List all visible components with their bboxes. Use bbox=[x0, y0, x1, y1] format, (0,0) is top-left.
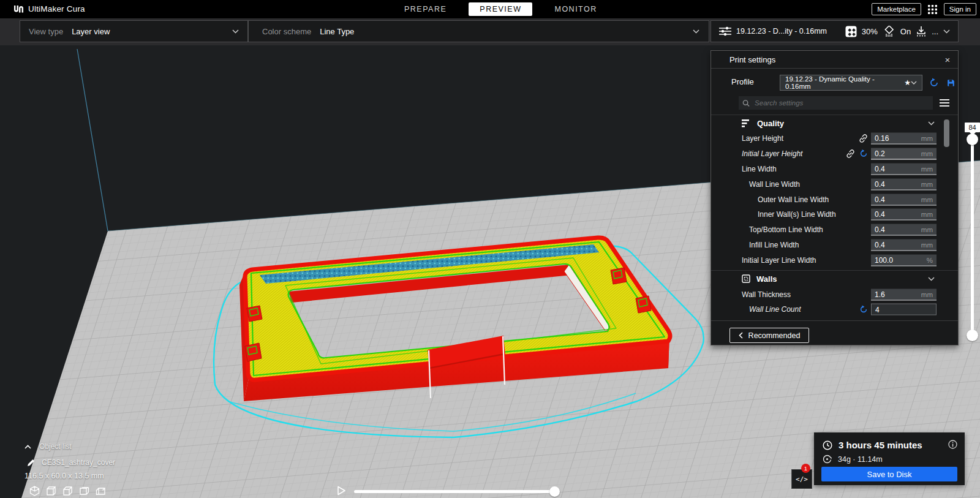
material-usage: 34g · 11.14m bbox=[838, 455, 883, 464]
recommended-button[interactable]: Recommended bbox=[729, 328, 809, 343]
color-scheme-value: Line Type bbox=[320, 27, 354, 36]
section-header-walls[interactable]: Walls bbox=[711, 270, 958, 287]
setting-row-wall-thickness: Wall Thickness 1.6mm bbox=[711, 287, 958, 302]
close-icon[interactable]: × bbox=[942, 54, 953, 65]
setting-input-initial-layer-height[interactable]: 0.2mm bbox=[871, 148, 937, 160]
view-type-label: View type bbox=[29, 27, 63, 36]
view-options-bar: View type Layer view Color scheme Line T… bbox=[0, 18, 980, 45]
chevron-down-icon bbox=[911, 81, 917, 85]
ultimaker-logo-icon bbox=[13, 5, 24, 13]
layer-number-label: 84 bbox=[965, 123, 980, 132]
setting-input-line-width[interactable]: 0.4mm bbox=[871, 163, 937, 175]
setting-input-initial-layer-line-width[interactable]: 100.0% bbox=[871, 254, 937, 266]
profile-save-icon[interactable] bbox=[945, 77, 956, 88]
setting-row-inner-wall-line-width: Inner Wall(s) Line Width 0.4mm bbox=[711, 207, 958, 222]
layer-slider-bottom-handle[interactable] bbox=[967, 330, 978, 341]
profile-label: Profile bbox=[731, 77, 754, 86]
view-type-value: Layer view bbox=[72, 27, 110, 36]
chevron-down-icon bbox=[928, 277, 935, 281]
section-title: Walls bbox=[756, 274, 777, 284]
object-list-item[interactable]: CE3S1_ashtray_cover bbox=[27, 458, 115, 467]
summary-profile: 19.12.23 - D...ity - 0.16mm bbox=[736, 27, 827, 36]
tab-monitor[interactable]: MONITOR bbox=[547, 2, 604, 16]
summary-infill: 30% bbox=[862, 27, 878, 36]
setting-label: Wall Line Count bbox=[749, 305, 801, 314]
setting-label: Line Width bbox=[742, 165, 777, 173]
color-scheme-dropdown[interactable]: Color scheme Line Type bbox=[248, 20, 709, 42]
setting-input-wall-line-width[interactable]: 0.4mm bbox=[871, 178, 937, 190]
view-front-icon[interactable] bbox=[46, 486, 56, 496]
star-icon: ★ bbox=[904, 78, 911, 87]
save-to-disk-button[interactable]: Save to Disk bbox=[821, 467, 957, 481]
recommended-label: Recommended bbox=[748, 331, 801, 340]
simulation-slider-handle[interactable] bbox=[549, 486, 560, 497]
setting-input-infill-line-width[interactable]: 0.4mm bbox=[871, 239, 937, 251]
layer-slider-track[interactable] bbox=[971, 139, 974, 335]
profile-dropdown[interactable]: 19.12.23 - Dynamic Quality - 0.16mm ★ bbox=[780, 75, 922, 91]
chevron-left-icon bbox=[739, 332, 743, 339]
search-settings-box bbox=[739, 96, 933, 110]
panel-title: Print settings bbox=[729, 55, 775, 64]
setting-input-layer-height[interactable]: 0.16mm bbox=[871, 133, 937, 145]
print-settings-summary-dropdown[interactable]: 19.12.23 - D...ity - 0.16mm 30% On bbox=[710, 20, 959, 42]
panel-divider bbox=[711, 320, 958, 321]
color-scheme-label: Color scheme bbox=[262, 27, 311, 36]
walls-section-icon bbox=[742, 274, 750, 283]
settings-list: Quality Layer Height 0.16mm Initial Laye… bbox=[711, 112, 958, 317]
gcode-preview-button[interactable]: </> bbox=[791, 469, 812, 489]
revert-icon[interactable] bbox=[859, 305, 868, 314]
camera-view-buttons bbox=[29, 486, 106, 496]
revert-icon[interactable] bbox=[859, 149, 868, 158]
support-icon bbox=[883, 26, 895, 37]
profile-value: 19.12.23 - Dynamic Quality - 0.16mm bbox=[785, 75, 899, 90]
setting-row-initial-layer-height: Initial Layer Height 0.2mm bbox=[711, 146, 958, 162]
chevron-down-icon bbox=[928, 121, 935, 126]
setting-input-wall-line-count[interactable]: 4 bbox=[871, 304, 937, 315]
view-top-icon[interactable] bbox=[62, 486, 73, 496]
tab-preview[interactable]: PREVIEW bbox=[469, 2, 532, 16]
setting-input-wall-thickness[interactable]: 1.6mm bbox=[871, 289, 937, 300]
object-list-toggle[interactable]: Object list bbox=[24, 442, 72, 451]
pencil-icon bbox=[27, 459, 35, 467]
setting-label: Infill Line Width bbox=[749, 241, 799, 249]
marketplace-button[interactable]: Marketplace bbox=[872, 3, 921, 15]
setting-label: Initial Layer Line Width bbox=[742, 256, 816, 265]
setting-input-inner-wall-line-width[interactable]: 0.4mm bbox=[871, 209, 937, 221]
summary-support: On bbox=[900, 27, 911, 36]
profile-reset-icon[interactable] bbox=[929, 77, 940, 88]
view-left-icon[interactable] bbox=[79, 486, 89, 496]
settings-menu-icon[interactable] bbox=[939, 97, 950, 108]
play-simulation-icon[interactable] bbox=[337, 486, 346, 498]
view-right-icon[interactable] bbox=[96, 486, 106, 496]
setting-row-initial-layer-line-width: Initial Layer Line Width 100.0% bbox=[711, 252, 958, 268]
layer-slider-top-handle[interactable] bbox=[967, 134, 978, 145]
applications-grid-icon[interactable] bbox=[927, 4, 938, 15]
search-settings-input[interactable] bbox=[753, 99, 929, 107]
object-dimensions: 116.5 x 60.0 x 13.5 mm bbox=[24, 472, 104, 480]
setting-label: Outer Wall Line Width bbox=[758, 195, 829, 204]
print-job-panel: 3 hours 45 minutes 34g · 11.14m Save to … bbox=[814, 432, 965, 485]
chevron-down-icon bbox=[232, 29, 239, 34]
view-3d-icon[interactable] bbox=[29, 486, 40, 496]
material-spool-icon bbox=[823, 455, 832, 464]
section-header-quality[interactable]: Quality bbox=[711, 115, 958, 131]
setting-row-infill-line-width: Infill Line Width 0.4mm bbox=[711, 238, 958, 253]
setting-row-top-bottom-line-width: Top/Bottom Line Width 0.4mm bbox=[711, 222, 958, 238]
setting-input-outer-wall-line-width[interactable]: 0.4mm bbox=[871, 194, 937, 205]
simulation-slider-track[interactable] bbox=[354, 490, 556, 493]
section-title: Quality bbox=[757, 119, 784, 128]
quality-section-icon bbox=[742, 119, 751, 127]
summary-more: ... bbox=[932, 27, 938, 36]
settings-scrollbar[interactable] bbox=[944, 119, 949, 147]
setting-row-wall-line-width: Wall Line Width 0.4mm bbox=[711, 176, 958, 192]
object-name: CE3S1_ashtray_cover bbox=[42, 458, 115, 467]
info-icon[interactable] bbox=[948, 440, 957, 451]
tab-prepare[interactable]: PREPARE bbox=[397, 2, 454, 16]
sign-in-button[interactable]: Sign in bbox=[944, 3, 976, 15]
link-icon bbox=[846, 149, 855, 159]
clock-icon bbox=[823, 440, 832, 450]
view-type-dropdown[interactable]: View type Layer view bbox=[20, 20, 248, 42]
stage-tabs: PREPARE PREVIEW MONITOR bbox=[397, 0, 605, 18]
chevron-down-icon bbox=[693, 29, 699, 34]
setting-input-top-bottom-line-width[interactable]: 0.4mm bbox=[871, 224, 937, 236]
